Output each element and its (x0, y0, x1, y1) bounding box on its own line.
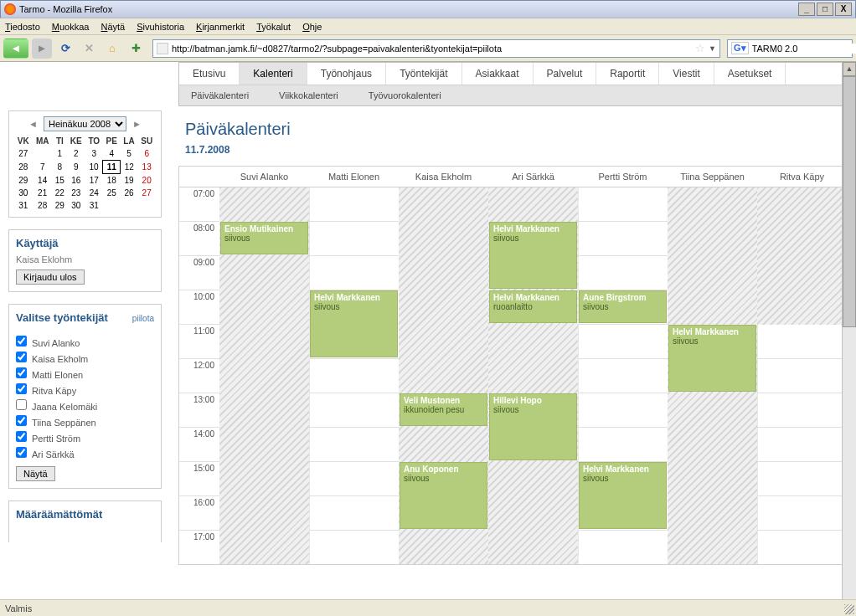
cal-day[interactable]: 27 (14, 147, 33, 161)
menu-tiedosto[interactable]: Tiedosto (5, 22, 40, 32)
search-engine-icon[interactable]: G▾ (731, 42, 749, 54)
employee-checkbox-row[interactable]: Ari Särkkä (16, 445, 154, 461)
employee-checkbox-row[interactable]: Suvi Alanko (16, 334, 154, 350)
stop-button[interactable]: ✕ (79, 38, 99, 59)
calendar-cell[interactable] (578, 325, 668, 358)
cal-day[interactable]: 31 (14, 199, 33, 212)
employee-checkbox[interactable] (16, 447, 27, 458)
tab-asetukset[interactable]: Asetukset (714, 63, 786, 85)
calendar-cell[interactable] (578, 187, 668, 221)
calendar-cell[interactable] (309, 359, 399, 393)
cal-day[interactable]: 18 (103, 174, 121, 187)
menu-kirjanmerkit[interactable]: Kirjanmerkit (196, 22, 245, 32)
calendar-cell[interactable] (757, 325, 847, 358)
tab-palvelut[interactable]: Palvelut (534, 63, 597, 85)
cal-day[interactable]: 22 (53, 187, 67, 199)
menu-ohje[interactable]: Ohje (302, 22, 322, 32)
cal-day[interactable]: 4 (103, 147, 121, 161)
logout-button[interactable]: Kirjaudu ulos (16, 270, 85, 285)
scroll-thumb[interactable] (843, 76, 856, 327)
calendar-cell[interactable] (309, 496, 399, 530)
cal-day[interactable]: 24 (85, 187, 103, 199)
employee-checkbox-row[interactable]: Tiina Seppänen (16, 413, 154, 429)
tab-kalenteri[interactable]: Kalenteri (240, 63, 307, 85)
next-month-button[interactable]: ► (130, 119, 144, 129)
tab-viestit[interactable]: Viestit (659, 63, 714, 85)
employee-checkbox-row[interactable]: Kaisa Ekholm (16, 350, 154, 366)
show-button[interactable]: Näytä (16, 466, 55, 481)
cal-day[interactable]: 28 (33, 199, 53, 212)
calendar-event[interactable]: Helvi Markkanensiivous (310, 290, 398, 357)
employee-checkbox-row[interactable]: Matti Elonen (16, 366, 154, 382)
cal-day[interactable]: 19 (121, 174, 138, 187)
month-select[interactable]: Heinäkuu 2008 (44, 116, 126, 131)
subtab-työvuorokalenteri[interactable]: Työvuorokalenteri (364, 89, 446, 102)
calendar-event[interactable]: Helvi Markkanensiivous (489, 222, 577, 289)
employee-checkbox[interactable] (16, 431, 27, 442)
cal-day[interactable]: 25 (103, 187, 121, 199)
cal-day[interactable]: 17 (85, 174, 103, 187)
cal-day[interactable]: 14 (33, 174, 53, 187)
employee-checkbox[interactable] (16, 336, 27, 346)
calendar-cell[interactable] (309, 531, 399, 564)
calendar-cell[interactable] (757, 359, 847, 393)
cal-day[interactable]: 15 (53, 174, 67, 187)
calendar-cell[interactable] (578, 393, 668, 427)
employee-checkbox-row[interactable]: Pertti Ström (16, 429, 154, 445)
cal-day[interactable]: 30 (14, 187, 33, 199)
home-button[interactable]: ⌂ (102, 38, 122, 59)
calendar-cell[interactable] (578, 256, 668, 290)
hide-link[interactable]: piilota (132, 314, 154, 323)
employee-checkbox[interactable] (16, 367, 27, 378)
cal-day[interactable]: 8 (53, 161, 67, 174)
calendar-cell[interactable] (309, 462, 399, 495)
calendar-event[interactable]: Aune Birgstromsiivous (579, 290, 667, 323)
cal-day[interactable]: 28 (14, 161, 33, 174)
cal-day[interactable]: 5 (121, 147, 138, 161)
cal-day[interactable]: 23 (67, 187, 85, 199)
employee-checkbox[interactable] (16, 415, 27, 426)
calendar-event[interactable]: Helvi Markkanensiivous (668, 325, 756, 392)
calendar-cell[interactable] (578, 531, 668, 564)
search-bar[interactable]: G▾ 🔍 (727, 39, 853, 58)
minimize-button[interactable]: _ (798, 3, 815, 16)
tab-työnohjaus[interactable]: Työnohjaus (307, 63, 386, 85)
cal-day[interactable]: 11 (103, 161, 121, 174)
addon-button[interactable]: ✚ (126, 38, 146, 59)
calendar-cell[interactable] (757, 462, 847, 495)
cal-day[interactable]: 1 (53, 147, 67, 161)
calendar-cell[interactable] (578, 222, 668, 255)
cal-day[interactable]: 6 (137, 147, 156, 161)
cal-day[interactable]: 21 (33, 187, 53, 199)
menu-sivuhistoria[interactable]: Sivuhistoria (137, 22, 184, 32)
cal-day[interactable]: 29 (14, 174, 33, 187)
cal-day[interactable]: 9 (67, 161, 85, 174)
employee-checkbox[interactable] (16, 399, 27, 410)
cal-day[interactable]: 13 (137, 161, 156, 174)
tab-etusivu[interactable]: Etusivu (179, 63, 240, 85)
cal-day[interactable]: 3 (85, 147, 103, 161)
cal-day[interactable]: 26 (121, 187, 138, 199)
forward-button[interactable]: ► (32, 38, 52, 59)
calendar-cell[interactable] (757, 531, 847, 564)
menu-työkalut[interactable]: Työkalut (256, 22, 291, 32)
calendar-cell[interactable] (309, 187, 399, 221)
calendar-cell[interactable] (757, 496, 847, 530)
calendar-event[interactable]: Hillevi Hoposiivous (489, 393, 577, 460)
page-scrollbar[interactable]: ▲ (842, 62, 856, 599)
employee-checkbox[interactable] (16, 352, 27, 362)
employee-checkbox-row[interactable]: Jaana Kelomäki (16, 398, 154, 413)
cal-day[interactable]: 7 (33, 161, 53, 174)
calendar-cell[interactable] (309, 256, 399, 290)
bookmark-star-icon[interactable]: ☆ (695, 42, 705, 54)
prev-month-button[interactable]: ◄ (26, 119, 40, 129)
cal-day[interactable]: 10 (85, 161, 103, 174)
subtab-päiväkalenteri[interactable]: Päiväkalenteri (186, 89, 254, 102)
cal-day[interactable]: 30 (67, 199, 85, 212)
resize-grip-icon[interactable] (844, 604, 854, 614)
back-button[interactable]: ◄ (3, 38, 28, 59)
cal-day[interactable]: 20 (137, 174, 156, 187)
cal-day[interactable]: 12 (121, 161, 138, 174)
calendar-cell[interactable] (757, 393, 847, 427)
calendar-event[interactable]: Veli Mustonenikkunoiden pesu (400, 393, 487, 426)
